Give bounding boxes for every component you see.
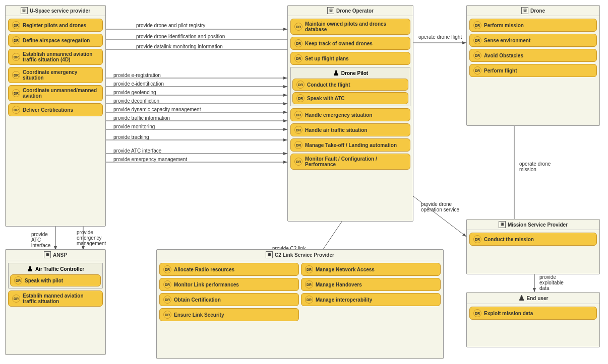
arrow-label-emerg2: provideemergencymanagement [77, 230, 106, 246]
atc-box: ♟ Air Traffic Controller DR Speak with p… [8, 263, 103, 288]
uc-register[interactable]: DR Register pilots and drones [8, 19, 103, 32]
dr-icon-maintain: DR [294, 23, 302, 31]
dr-icon-setup-flight: DR [294, 54, 302, 62]
dr-icon-conduct: DR [296, 81, 305, 89]
arrow-label-exploit: provideexploitabledata [539, 274, 564, 291]
uc-conduct-mission[interactable]: DR Conduct the mission [469, 233, 597, 246]
dr-icon-speak-pilot: DR [14, 276, 22, 284]
drone-system-icon: ⊞ [521, 7, 528, 14]
uc-keep-track[interactable]: DR Keep track of owned drones [290, 37, 410, 50]
uc-establish[interactable]: DR Establish unmanned aviation traffic s… [8, 49, 103, 65]
uc-handle-emerg[interactable]: DR Handle emergency situation [290, 108, 410, 121]
uc-maintain[interactable]: DR Maintain owned pilots and drones data… [290, 19, 410, 35]
uc-monitor-link[interactable]: DR Monitor Link performances [159, 278, 299, 291]
drone-pilot-title: ♟ Drone Pilot [292, 69, 408, 77]
arrow-label-opmission: operate dronemission [519, 161, 551, 172]
arrow-label-tracking: provide tracking [113, 134, 149, 140]
uc-setup-flight[interactable]: DR Set up flight plans [290, 52, 410, 65]
dr-icon-airspace: DR [12, 36, 20, 44]
c2link-box: ⊞ C2 Link Service Provider DR Allocate R… [156, 249, 444, 359]
mission-service-title: ⊞ Mission Service Provider [467, 220, 599, 230]
arrow-label-monitoring: provide monitoring [113, 124, 155, 129]
end-user-title: ♟ End user [467, 293, 599, 304]
arrow-label-eid: provide e-identification [113, 81, 164, 87]
end-user-content: DR Exploit mission data [467, 304, 599, 322]
dr-icon-keep-track: DR [294, 39, 302, 47]
uc-manage-network[interactable]: DR Manage Network Access [301, 263, 441, 276]
uspace-box: ⊞ U-Space service provider DR Register p… [5, 5, 106, 227]
dr-icon-coord-emerg: DR [12, 71, 20, 79]
c2link-content: DR Allocate Radio resources DR Monitor L… [159, 263, 441, 321]
uc-obtain-cert[interactable]: DR Obtain Certification [159, 293, 299, 306]
dr-icon-obtain-cert: DR [163, 296, 171, 304]
dr-icon-monitor-link: DR [163, 280, 171, 288]
dr-icon-monitor-fault: DR [294, 158, 302, 166]
drone-box: ⊞ Drone DR Perform mission DR Sense envi… [466, 5, 600, 126]
c2link-system-icon: ⊞ [266, 251, 273, 258]
ansp-content: ♟ Air Traffic Controller DR Speak with p… [6, 260, 105, 309]
uc-perform-mission[interactable]: DR Perform mission [469, 19, 597, 32]
uc-takoff[interactable]: DR Manage Take-off / Landing automation [290, 138, 410, 152]
uc-ensure-link[interactable]: DR Ensure Link Security [159, 308, 299, 321]
uc-airspace[interactable]: DR Define airspace segregation [8, 34, 103, 47]
uc-sense[interactable]: DR Sense environment [469, 34, 597, 47]
dr-icon-exploit: DR [473, 309, 481, 317]
uc-coord-unm[interactable]: DR Coordinate unmanned/manned aviation [8, 85, 103, 101]
uc-handle-air[interactable]: DR Handle air traffic situation [290, 123, 410, 136]
uc-exploit[interactable]: DR Exploit mission data [469, 307, 597, 320]
end-user-person-icon: ♟ [518, 294, 525, 302]
dr-icon-takoff: DR [294, 141, 302, 149]
dr-icon-establish-manned: DR [12, 295, 20, 303]
dr-icon-sense: DR [473, 36, 481, 44]
uc-perform-flight[interactable]: DR Perform flight [469, 64, 597, 77]
uc-allocate-radio[interactable]: DR Allocate Radio resources [159, 263, 299, 276]
mission-service-content: DR Conduct the mission [467, 230, 599, 248]
uc-establish-manned[interactable]: DR Establih manned aviation traffic situ… [8, 290, 103, 307]
c2link-title: ⊞ C2 Link Service Provider [157, 250, 443, 260]
arrow-label-atc: provide ATC interface [113, 148, 161, 154]
dr-icon-conduct-mission: DR [473, 235, 481, 243]
arrow-label-emerg: provide emergency management [113, 157, 187, 162]
dr-icon-perform-mission: DR [473, 21, 481, 29]
arrow-label-decon: provide deconfliction [113, 98, 159, 104]
uc-conduct-flight[interactable]: DR Conduct the flight [292, 79, 408, 91]
arrow-label-datalink: provide datalink monitoring information [136, 44, 223, 49]
dr-icon-manage-interop: DR [305, 296, 313, 304]
uc-coord-emerg[interactable]: DR Coordinate emergency situation [8, 67, 103, 83]
drone-pilot-box: ♟ Drone Pilot DR Conduct the flight DR S… [290, 67, 410, 106]
ansp-title: ⊞ ANSP [6, 250, 105, 260]
atc-title: ♟ Air Traffic Controller [10, 265, 101, 273]
atc-person-icon: ♟ [27, 265, 33, 273]
dr-icon-avoid: DR [473, 51, 481, 59]
dr-icon-coord-unm: DR [12, 89, 20, 97]
dr-icon-handle-emerg: DR [294, 111, 302, 119]
arrow-label-ereg: provide e-registration [113, 72, 161, 78]
dr-icon-perform-flight: DR [473, 66, 481, 75]
arrow-label-operate: operate drone flight [418, 34, 462, 40]
uspace-content: DR Register pilots and drones DR Define … [6, 16, 105, 119]
drone-operator-box: ⊞ Drone Operator DR Maintain owned pilot… [287, 5, 413, 222]
pilot-person-icon: ♟ [333, 69, 339, 77]
arrow-label-traffic: provide traffic information [113, 115, 170, 121]
uc-manage-interop[interactable]: DR Manage interoperability [301, 293, 441, 306]
uc-speak-pilot[interactable]: DR Speak with pilot [10, 274, 101, 286]
end-user-box: ♟ End user DR Exploit mission data [466, 292, 600, 347]
uc-deliver-cert[interactable]: DR Deliver Certifications [8, 103, 103, 116]
dr-icon-allocate: DR [163, 265, 171, 273]
drone-title: ⊞ Drone [467, 6, 599, 16]
dr-icon-speak-atc: DR [296, 94, 305, 102]
drone-content: DR Perform mission DR Sense environment … [467, 16, 599, 80]
drone-operator-title: ⊞ Drone Operator [288, 6, 413, 16]
uc-monitor-fault[interactable]: DR Monitor Fault / Configuration / Perfo… [290, 154, 410, 170]
dr-icon-establish: DR [12, 53, 20, 61]
drone-operator-content: DR Maintain owned pilots and drones data… [288, 16, 413, 172]
drone-op-system-icon: ⊞ [327, 7, 334, 14]
ansp-box: ⊞ ANSP ♟ Air Traffic Controller DR Speak… [5, 249, 106, 355]
mission-service-system-icon: ⊞ [499, 221, 506, 228]
uc-avoid[interactable]: DR Avoid Obstacles [469, 49, 597, 62]
arrow-label-ident: provide drone identification and positio… [136, 34, 225, 39]
diagram: provide drone and pilot registry provide… [0, 0, 608, 364]
uc-manage-handover[interactable]: DR Manage Handovers [301, 278, 441, 291]
dr-icon-ensure-link: DR [163, 311, 171, 319]
uc-speak-atc[interactable]: DR Speak with ATC [292, 92, 408, 104]
